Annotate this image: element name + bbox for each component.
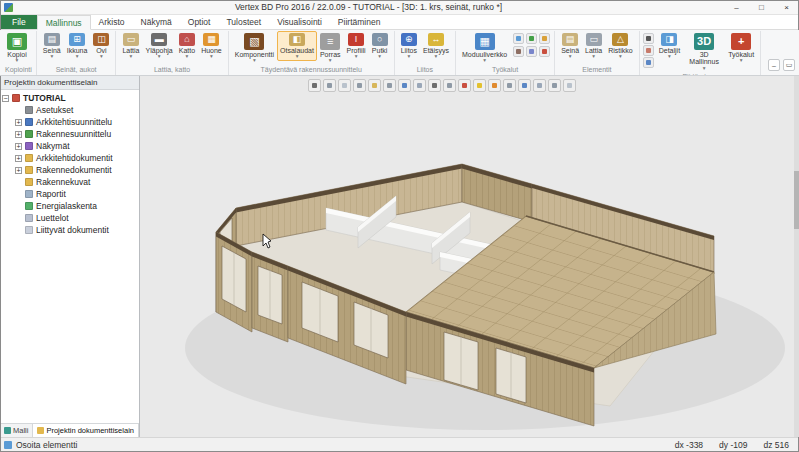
elementti-seina-button[interactable]: ▤ Seinä ▾ [558,31,582,61]
seina-button[interactable]: ▤ Seinä ▾ [40,31,64,61]
tree-item-rakennekuvat[interactable]: Rakennekuvat [2,176,139,188]
measure-icon[interactable] [488,79,501,92]
symbol-icon[interactable] [539,33,550,44]
expander-icon[interactable]: + [15,167,22,174]
pin-icon[interactable] [308,79,321,92]
camera-icon[interactable] [518,79,531,92]
section-icon[interactable] [503,79,516,92]
collapse-ribbon-icon[interactable]: – [768,59,780,71]
zoom-icon[interactable] [428,79,441,92]
tree-item-energialaskenta[interactable]: Energialaskenta [2,200,139,212]
viewport-scrollbar[interactable] [794,76,799,437]
markup-icon[interactable] [526,46,537,57]
gear-icon [25,106,33,114]
grid-icon[interactable] [353,79,366,92]
tree-item-arkkitehtidokumentit[interactable]: + Arkkitehtidokumentit [2,152,139,164]
liitos-button[interactable]: ⊕ Liitos ▾ [398,31,420,61]
highlight-icon[interactable] [473,79,486,92]
pan-icon[interactable] [443,79,456,92]
expander-icon[interactable] [15,215,22,222]
expander-icon[interactable] [15,191,22,198]
expander-icon[interactable]: + [15,119,22,126]
ortho-icon[interactable] [383,79,396,92]
tree-item-raportit[interactable]: Raportit [2,188,139,200]
collapse-expander-icon[interactable]: − [2,95,9,102]
tab-file[interactable]: File [1,15,37,29]
hatch-icon[interactable] [513,46,524,57]
tree-item-nakymat[interactable]: + Näkymät [2,140,139,152]
tree-item-rakennesuunnittelu[interactable]: + Rakennesuunnittelu [2,128,139,140]
coord-dy: dy -109 [719,440,747,450]
text-icon[interactable] [526,33,537,44]
huone-button[interactable]: ▦ Huone ▾ [198,31,225,61]
tab-visualisointi[interactable]: Visualisointi [269,15,330,29]
tiny-tool-column [643,33,654,68]
expander-icon[interactable]: + [15,143,22,150]
lattia-button[interactable]: ▭ Lattia ▾ [119,31,142,61]
ovi-button[interactable]: ◫ Ovi ▾ [90,31,112,61]
dims-icon[interactable] [643,57,654,68]
tree-item-arkkitehtisuunnittelu[interactable]: + Arkkitehtisuunnittelu [2,116,139,128]
pencil-icon[interactable] [643,33,654,44]
dimension-icon[interactable] [513,33,524,44]
expander-icon[interactable] [15,203,22,210]
settings-icon[interactable] [548,79,561,92]
tree-item-luettelot[interactable]: Luettelot [2,212,139,224]
tab-optiot[interactable]: Optiot [180,15,219,29]
tag-icon[interactable] [539,46,550,57]
component-icon: ▧ [244,33,264,50]
tree-root-tutorial[interactable]: − TUTORIAL [2,92,139,104]
expander-icon[interactable] [15,107,22,114]
select-icon[interactable] [323,79,336,92]
moduuliverkko-button[interactable]: ▦ Moduuliverkko ▾ [459,31,510,65]
maximize-button[interactable]: □ [749,0,774,14]
scrollbar-thumb[interactable] [794,171,799,229]
tree-item-rakennedokumentit[interactable]: + Rakennedokumentit [2,164,139,176]
tab-mallinnus[interactable]: Mallinnus [37,15,91,30]
detaljit-button[interactable]: ◨ Detaljit ▾ [656,31,683,61]
ylapohja-button[interactable]: ▬ Yläpohja ▾ [143,31,176,61]
tab-nakyma[interactable]: Näkymä [133,15,180,29]
help-icon[interactable] [563,79,576,92]
expander-icon[interactable]: + [15,155,22,162]
module-grid-icon: ▦ [475,33,495,50]
3d-mallinnus-button[interactable]: 3D 3D Mallinnus ▾ [683,31,725,73]
group-label: Piirtäminen [643,73,757,75]
ikkuna-button[interactable]: ⊞ Ikkuna ▾ [64,31,91,61]
tyokalut-button[interactable]: + Työkalut ▾ [725,31,757,65]
minimize-button[interactable]: – [724,0,749,14]
profiili-button[interactable]: I Profiili ▾ [344,31,369,61]
tree-item-asetukset[interactable]: Asetukset [2,104,139,116]
tab-projektin-dokumenttiselain[interactable]: Projektin dokumenttiselain [33,424,139,437]
tab-tulosteet[interactable]: Tulosteet [218,15,269,29]
tab-arkisto[interactable]: Arkisto [91,15,133,29]
expander-icon[interactable]: + [15,131,22,138]
ristikko-button[interactable]: △ Ristikko ▾ [605,31,636,61]
workplane-icon[interactable] [338,79,351,92]
eraser-icon[interactable] [643,45,654,56]
close-button[interactable]: × [774,0,799,14]
porras-button[interactable]: ≡ Porras ▾ [317,31,344,65]
tab-malli[interactable]: Malli [0,424,33,437]
komponentti-button[interactable]: ▧ Komponentti ▾ [232,31,277,65]
erase-icon[interactable] [458,79,471,92]
model-viewport[interactable] [140,76,799,437]
layers-icon[interactable] [413,79,426,92]
elementti-lattia-button[interactable]: ▭ Lattia ▾ [582,31,605,61]
etaisyys-button[interactable]: ↔ Etäisyys ▾ [420,31,452,61]
putki-button[interactable]: ○ Putki ▾ [369,31,391,61]
expand-ribbon-icon[interactable]: ▭ [783,59,795,71]
tab-piirtaminen[interactable]: Piirtäminen [330,15,389,29]
model-3d-view[interactable] [140,76,799,437]
snap-icon[interactable] [368,79,381,92]
expander-icon[interactable] [15,179,22,186]
render-icon[interactable] [533,79,546,92]
expander-icon[interactable] [15,227,22,234]
viewcube-icon[interactable] [398,79,411,92]
otsalaudat-button[interactable]: ◧ Otsalaudat ▾ [277,31,317,61]
katto-button[interactable]: ⌂ Katto ▾ [176,31,198,61]
tree-item-liittyvat-dokumentit[interactable]: Liittyvät dokumentit [2,224,139,236]
tree-item-label: Arkkitehtisuunnittelu [36,117,112,127]
kopioi-button[interactable]: ▣ Kopioi ▾ [4,31,30,65]
tree-item-label: Luettelot [36,213,69,223]
